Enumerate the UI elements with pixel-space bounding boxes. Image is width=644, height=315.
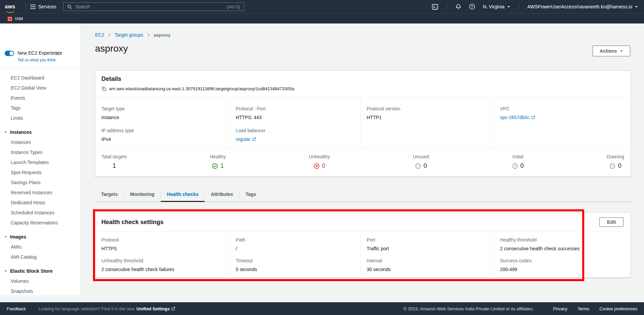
tab-tags[interactable]: Tags	[239, 187, 262, 202]
details-grid: Target typeInstanceIP address typeIPv4Pr…	[95, 98, 630, 147]
search-input[interactable]: Search [Alt+S]	[63, 2, 244, 11]
new-experience-toggle[interactable]	[5, 51, 14, 56]
field-label: Unhealthy threshold	[101, 258, 223, 263]
field-label: VPC	[500, 106, 624, 111]
sidebar-item-ec2-global-view[interactable]: EC2 Global View	[0, 83, 81, 93]
external-icon	[252, 137, 256, 141]
language-note-text: Looking for language selection? Find it …	[39, 306, 134, 311]
field-value: 2 consecutive health check failures	[101, 267, 223, 272]
topbar-divider	[519, 3, 519, 10]
chevron-right-icon	[107, 33, 111, 37]
sidebar-item-instances[interactable]: Instances	[0, 137, 81, 147]
banner-feedback-link[interactable]: Tell us what you think	[17, 58, 62, 62]
breadcrumb-separator	[146, 33, 151, 37]
console-footer: Feedback Looking for language selection?…	[0, 302, 644, 315]
health-check-grid: ProtocolHTTPSUnhealthy threshold2 consec…	[95, 232, 630, 279]
sidebar-section-images[interactable]: Images	[0, 232, 81, 242]
services-menu-button[interactable]: Services	[31, 4, 56, 9]
health-field-port: PortTraffic port	[367, 237, 488, 251]
clock-circle-icon	[512, 163, 518, 169]
footer-link-cookie-preferences[interactable]: Cookie preferences	[599, 306, 637, 311]
sidebar-item-events[interactable]: Events	[0, 93, 81, 103]
field-value: 200-499	[500, 267, 624, 272]
sidebar-item-tags[interactable]: Tags	[0, 103, 81, 113]
cloudshell-icon[interactable]	[432, 4, 438, 10]
caret-down-icon	[4, 130, 7, 134]
close-icon[interactable]: ✕	[55, 50, 60, 57]
feedback-button[interactable]: Feedback	[7, 306, 26, 311]
regular-link[interactable]: regular	[236, 137, 256, 142]
footer-link-terms[interactable]: Terms	[578, 306, 589, 311]
copy-icon[interactable]	[101, 86, 106, 91]
footer-right-group: © 2023, Amazon Web Services India Privat…	[404, 306, 637, 311]
sidebar-section-label: Instances	[10, 129, 32, 135]
health-check-header: Health check settings Edit	[95, 213, 630, 232]
search-placeholder: Search	[75, 4, 224, 9]
top-navigation-bar: aws Services Search [Alt+S]	[0, 0, 644, 23]
tab-monitoring[interactable]: Monitoring	[124, 187, 160, 202]
search-icon	[67, 4, 72, 9]
sidebar-item-reserved-instances[interactable]: Reserved Instances	[0, 188, 81, 198]
tab-targets[interactable]: Targets	[95, 187, 124, 202]
details-column: Target typeInstanceIP address typeIPv4	[95, 98, 229, 150]
stat-value: 0	[618, 162, 621, 169]
stat-value: 0	[520, 162, 524, 169]
favorite-shortcut-iam[interactable]: IAM	[15, 16, 23, 21]
field-label: Healthy threshold	[500, 237, 624, 243]
health-check-heading: Health check settings	[101, 219, 164, 226]
details-field-protocol-port: Protocol : PortHTTPS: 443	[236, 106, 354, 120]
actions-button[interactable]: Actions	[593, 46, 630, 56]
breadcrumb-link-ec2[interactable]: EC2	[95, 32, 104, 38]
health-column: Healthy threshold2 consecutive health ch…	[494, 232, 630, 279]
region-selector[interactable]: N. Virginia	[483, 4, 510, 9]
sidebar-item-instance-types[interactable]: Instance Types	[0, 147, 81, 157]
sidebar-item-volumes[interactable]: Volumes	[0, 276, 81, 286]
check-circle-icon	[212, 163, 218, 169]
help-icon[interactable]: ?	[469, 4, 475, 10]
sidebar-item-limits[interactable]: Limits	[0, 113, 81, 123]
details-heading: Details	[95, 71, 630, 83]
breadcrumb-separator	[107, 33, 111, 37]
health-field-unhealthy-threshold: Unhealthy threshold2 consecutive health …	[101, 258, 223, 272]
field-value: HTTPS: 443	[236, 115, 354, 120]
sidebar-item-scheduled-instances[interactable]: Scheduled Instances	[0, 208, 81, 218]
minus-circle-icon	[609, 163, 615, 169]
ellipsis-circle-icon	[415, 163, 421, 169]
tab-health-checks[interactable]: Health checks	[161, 187, 204, 202]
sidebar-item-snapshots[interactable]: Snapshots	[0, 286, 81, 296]
details-field-ip-address-type: IP address typeIPv4	[101, 128, 223, 142]
account-menu[interactable]: AWSPowerUserAccess/navaneeth.kn@harness.…	[527, 4, 638, 9]
unified-settings-link[interactable]: Unified Settings	[137, 306, 175, 311]
details-card: Details arn:aws:elasticloadbalancing:us-…	[95, 70, 631, 177]
vpc-2657db5c-link[interactable]: vpc-2657db5c	[500, 115, 535, 120]
notifications-bell-icon[interactable]	[455, 4, 461, 10]
sidebar-item-amis[interactable]: AMIs	[0, 242, 81, 252]
sidebar-item-capacity-reservations[interactable]: Capacity Reservations	[0, 218, 81, 228]
edit-button[interactable]: Edit	[599, 217, 624, 227]
field-label: Port	[367, 237, 488, 243]
footer-link-privacy[interactable]: Privacy	[553, 306, 567, 311]
sidebar-section-label: Elastic Block Store	[10, 268, 53, 274]
details-field-vpc: VPCvpc-2657db5c	[500, 106, 624, 120]
sidebar-item-ec2-dashboard[interactable]: EC2 Dashboard	[0, 73, 81, 83]
clock-circle-icon	[512, 163, 518, 169]
sidebar-section-instances[interactable]: Instances	[0, 127, 81, 137]
breadcrumb-link-target-groups[interactable]: Target groups	[114, 32, 143, 38]
sidebar-section-elastic-block-store[interactable]: Elastic Block Store	[0, 266, 81, 276]
field-label: Load balancer	[236, 128, 354, 133]
actions-button-label: Actions	[600, 48, 617, 54]
sidebar-item-ami-catalog[interactable]: AMI Catalog	[0, 252, 81, 262]
sidebar-item-savings-plans[interactable]: Savings Plans	[0, 177, 81, 188]
health-field-healthy-threshold: Healthy threshold2 consecutive health ch…	[500, 237, 624, 251]
tab-attributes[interactable]: Attributes	[205, 187, 239, 202]
region-label: N. Virginia	[483, 4, 504, 9]
sidebar-item-spot-requests[interactable]: Spot Requests	[0, 167, 81, 177]
stat-initial: Initial0	[512, 154, 524, 176]
stat-unhealthy: Unhealthy0	[309, 154, 330, 176]
sidebar-item-launch-templates[interactable]: Launch Templates	[0, 157, 81, 167]
topbar-divider	[26, 3, 26, 10]
aws-logo[interactable]: aws	[5, 4, 21, 10]
sidebar-item-dedicated-hosts[interactable]: Dedicated Hosts	[0, 198, 81, 208]
health-field-interval: Interval30 seconds	[367, 258, 488, 272]
health-column: ProtocolHTTPSUnhealthy threshold2 consec…	[95, 232, 229, 279]
